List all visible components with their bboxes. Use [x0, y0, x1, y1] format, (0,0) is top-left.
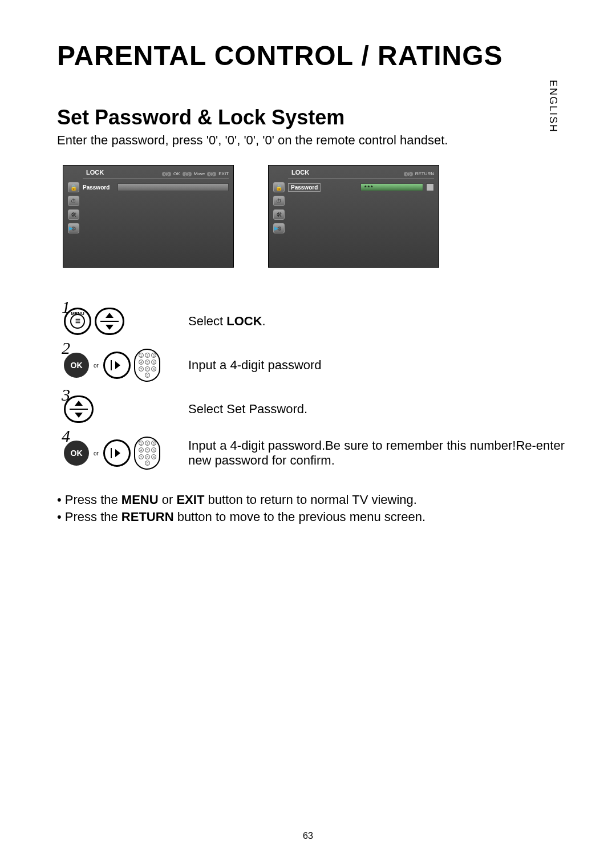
nav-arrow-icon: ▶ [274, 225, 278, 231]
tv-row-password-left: Password [68, 182, 229, 192]
hint-move: Move [194, 171, 205, 176]
numpad-icon: 1234567890 [134, 437, 160, 470]
step-3-text: Select Set Password. [188, 402, 565, 417]
ok-button-icon: OK [64, 441, 89, 466]
tv-hints-right: ◯RETURN [404, 171, 434, 176]
step-3: 3 Select Set Password. [64, 395, 565, 423]
step-1-text: Select LOCK. [188, 314, 565, 329]
step-4-text: Input a 4-digit password.Be sure to reme… [188, 438, 565, 468]
language-side-label: ENGLISH [547, 80, 559, 133]
move-pill-icon: ◯ [183, 172, 192, 176]
hint-ok: OK [173, 171, 180, 176]
ok-button-icon: OK [64, 353, 89, 378]
menu-button-icon: MENU [64, 308, 91, 335]
up-down-button-icon [64, 395, 94, 423]
hint-exit: EXIT [218, 171, 229, 176]
right-arrow-button-icon [103, 352, 131, 379]
tv-row-password-right: Password *** [273, 182, 434, 192]
setup-icon [273, 209, 285, 220]
note-1: • Press the MENU or EXIT button to retur… [57, 492, 565, 507]
numpad-icon: 1234567890 [134, 349, 160, 382]
page-title: PARENTAL CONTROL / RATINGS [57, 40, 565, 71]
page-number: 63 [303, 831, 313, 841]
return-pill-icon: ◯ [404, 172, 413, 176]
hint-return: RETURN [415, 171, 434, 176]
note-2: • Press the RETURN button to move to the… [57, 510, 565, 524]
tv-title-right: LOCK [291, 169, 309, 176]
tv-row-label-left: Password [83, 184, 110, 191]
tv-hints-left: ◯OK ◯Move ◯EXIT [162, 171, 229, 176]
time-icon [68, 196, 79, 206]
tv-title-left: LOCK [86, 169, 104, 176]
notes-block: • Press the MENU or EXIT button to retur… [57, 492, 565, 524]
step-2: 2 OK or 1234567890 Input a 4-digit passw… [64, 349, 565, 382]
setup-icon [68, 209, 79, 220]
or-label: or [94, 450, 99, 457]
right-arrow-button-icon [103, 439, 131, 467]
step-1: 1 MENU Select LOCK. [64, 308, 565, 335]
or-label: or [94, 362, 99, 369]
field-end-cap [426, 183, 434, 191]
section-title: Set Password & Lock System [57, 106, 565, 130]
lock-icon [273, 182, 285, 192]
step-2-text: Input a 4-digit password [188, 358, 565, 373]
menu-button-label: MENU [71, 312, 84, 316]
exit-pill-icon: ◯ [207, 172, 216, 176]
intro-text: Enter the password, press '0', '0', '0',… [57, 133, 565, 148]
tv-row-label-right: Password [288, 183, 321, 192]
up-down-button-icon [95, 308, 124, 335]
tv-screen-left: LOCK ◯OK ◯Move ◯EXIT Password ▶ [63, 165, 234, 268]
nav-arrow-icon: ▶ [69, 225, 73, 231]
tv-screen-right: LOCK ◯RETURN Password *** ▶ [268, 165, 439, 268]
password-field-right[interactable]: *** [360, 183, 423, 191]
time-icon [273, 196, 285, 206]
step-4: 4 OK or 1234567890 Input a 4-digit passw… [64, 437, 565, 470]
ok-pill-icon: ◯ [162, 172, 171, 176]
password-field-left[interactable] [117, 183, 229, 191]
lock-icon [68, 182, 79, 192]
